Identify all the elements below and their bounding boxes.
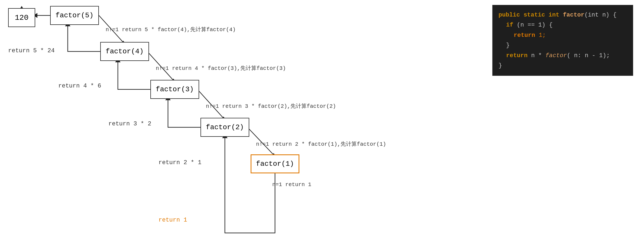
box-120: 120 bbox=[8, 8, 35, 27]
label-call5to4: n!=1 return 5 * factor(4),先计算factor(4) bbox=[106, 26, 236, 33]
code-line-4: return n * factor( n: n - 1); bbox=[499, 51, 627, 61]
label-return5x24: return 5 * 24 bbox=[8, 47, 55, 54]
code-line-1: if (n == 1) { bbox=[499, 20, 627, 30]
label-call3to2: n!=1 return 3 * factor(2),先计算factor(2) bbox=[206, 102, 336, 110]
box-factor2: factor(2) bbox=[200, 118, 249, 137]
label-return1: return 1 bbox=[158, 217, 187, 223]
label-return2x1: return 2 * 1 bbox=[158, 159, 201, 166]
code-line-3: } bbox=[499, 40, 627, 50]
label-n1ret1: n=1 return 1 bbox=[272, 181, 311, 188]
label-return4x6: return 4 * 6 bbox=[58, 83, 101, 89]
code-line-2: return 1; bbox=[499, 30, 627, 40]
code-line-0: public static int factor(int n) { bbox=[499, 10, 627, 20]
box-factor3: factor(3) bbox=[150, 80, 199, 99]
code-panel: public static int factor(int n) { if (n … bbox=[492, 5, 633, 76]
label-call4to3: n!=1 return 4 * factor(3),先计算factor(3) bbox=[156, 64, 286, 72]
label-return3x2: return 3 * 2 bbox=[108, 121, 151, 127]
box-factor4: factor(4) bbox=[100, 42, 149, 61]
box-factor5: factor(5) bbox=[50, 6, 99, 25]
label-call2to1: n!=1 return 2 * factor(1),先计算factor(1) bbox=[256, 140, 386, 148]
code-line-5: } bbox=[499, 61, 627, 71]
box-factor1: factor(1) bbox=[251, 154, 299, 173]
